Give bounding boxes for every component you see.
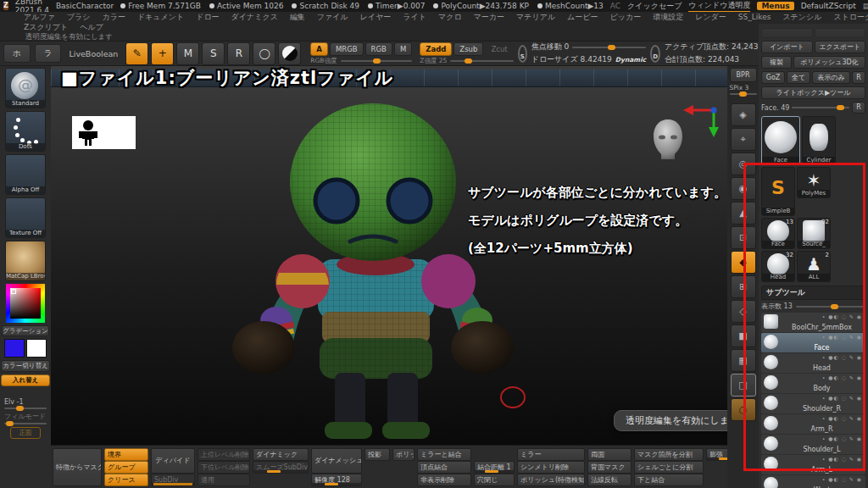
right-strip-icon[interactable]: ▲ — [731, 202, 756, 225]
bottom-bar-button[interactable]: グループ — [104, 461, 148, 474]
face-slider[interactable] — [792, 107, 849, 108]
subtool-row-icons[interactable] — [822, 395, 862, 401]
bottom-bar-button[interactable]: 非表示削除 — [417, 474, 471, 486]
bottom-bar-button[interactable]: ディバイド — [151, 448, 195, 474]
shelf-thumbnail[interactable]: Standard — [5, 68, 46, 108]
right-strip-icon[interactable]: ▦ — [731, 349, 756, 372]
right-strip-icon[interactable]: ⊡ — [731, 226, 756, 249]
menu-item[interactable]: カラー — [102, 12, 125, 23]
subtool-header[interactable]: サブツール — [761, 286, 865, 300]
bottom-bar-button[interactable]: 法線反転 — [587, 474, 632, 486]
menu-item[interactable]: ファイル — [317, 12, 348, 23]
right-strip-icon[interactable]: ◎ — [731, 152, 756, 175]
subtool-item[interactable]: Shoulder_R — [761, 394, 865, 413]
face-r-button[interactable]: R — [852, 102, 865, 114]
bottom-bar-button[interactable]: 解像度 128 — [311, 474, 362, 486]
subtool-row-icons[interactable] — [822, 415, 862, 421]
swap-color-button[interactable]: 入れ替え — [1, 374, 50, 386]
lightbox-tool-button[interactable]: ライトボックス▶ツール — [761, 86, 865, 99]
bottom-bar-button[interactable]: スムーズSubDiv — [253, 461, 309, 474]
subtool-count-slider[interactable] — [796, 306, 865, 308]
bottom-bar-button[interactable]: 特徴からマスク — [53, 448, 102, 486]
bottom-bar-button[interactable]: 境界 — [104, 448, 148, 461]
tool-thumbnail[interactable]: Face — [761, 116, 800, 165]
right-strip-icon[interactable]: □ — [731, 374, 756, 396]
tool-thumbnail[interactable]: ♟ 2 ALL — [797, 251, 831, 282]
subtool-row-icons[interactable] — [822, 476, 862, 482]
right-strip-icon[interactable]: ◈ — [731, 103, 756, 126]
subtool-item[interactable]: West — [761, 475, 865, 488]
toolbar-tile-icon[interactable]: M — [176, 42, 199, 65]
z-intensity-slider[interactable] — [450, 60, 513, 62]
menu-item[interactable]: ドロー — [196, 12, 219, 23]
paint-mode-button[interactable]: MRGB — [330, 42, 364, 56]
color-picker[interactable] — [6, 284, 45, 323]
right-strip-icon[interactable]: ○ — [731, 398, 756, 421]
subtool-item[interactable]: Face — [761, 333, 865, 352]
toolbar-tile-icon[interactable]: S — [202, 42, 225, 65]
rgb-intensity-slider[interactable] — [341, 60, 413, 62]
right-strip-icon[interactable]: ◉ — [731, 177, 756, 200]
make-polymesh3d-button[interactable]: ポリメッシュ3D化 — [793, 56, 865, 69]
menu-item[interactable]: 編集 — [290, 12, 305, 23]
lightbox-button[interactable]: ライトボックス — [35, 44, 62, 63]
bottom-bar-button[interactable]: シンメトリ削除 — [517, 461, 585, 474]
duplicate-button[interactable]: 複製 — [761, 56, 792, 69]
stroke-compass-icon[interactable]: S — [518, 45, 527, 63]
main-color-swatch[interactable] — [4, 339, 25, 358]
window-transparency-button[interactable]: ウィンドウ透明度 — [688, 0, 750, 13]
tool-thumbnail[interactable]: S SimpleB — [761, 167, 795, 216]
subtool-row-icons[interactable] — [822, 313, 862, 319]
menu-item[interactable]: ヘルプ — [80, 22, 103, 33]
bottom-bar-button[interactable]: 両面 — [587, 448, 632, 461]
right-strip-icon[interactable]: ■ — [731, 324, 756, 347]
subtool-item[interactable]: Body — [761, 374, 865, 393]
bottom-bar-button[interactable]: シェルごとに分割 — [634, 461, 704, 474]
toolbar-tile-icon[interactable] — [278, 42, 301, 65]
color-switch-button[interactable]: カラー切り替え — [1, 360, 50, 372]
menu-item[interactable]: SS_Likes — [738, 13, 771, 21]
bottom-bar-button[interactable]: ダイナミック — [253, 448, 309, 461]
goz-r-button[interactable]: R — [852, 71, 865, 84]
homepage-button[interactable]: ホームページ — [3, 44, 31, 63]
bottom-bar-button[interactable]: クリース — [104, 474, 148, 486]
sculpt-mode-button[interactable]: Zcut — [485, 42, 513, 56]
shelf-thumbnail[interactable]: MatCap LBrown — [5, 241, 46, 281]
liveboolean-button[interactable]: LiveBoolean — [65, 49, 121, 58]
bottom-bar-button[interactable]: SubDiv — [151, 474, 195, 486]
bottom-bar-button[interactable]: ダイナメッシュ — [311, 448, 362, 474]
subtool-row-icons[interactable] — [822, 334, 862, 340]
shelf-thumbnail[interactable]: Alpha Off — [5, 154, 46, 195]
bottom-bar-button[interactable]: 下と結合 — [634, 474, 704, 486]
goz-all-button[interactable]: 全て — [787, 71, 810, 84]
menu-item[interactable]: マクロ — [438, 12, 462, 23]
subtool-item[interactable]: Arm_R — [761, 414, 865, 434]
paint-mode-button[interactable]: A — [310, 42, 328, 56]
menu-item[interactable]: レンダー — [695, 12, 726, 23]
focal-shift-slider[interactable] — [572, 47, 646, 48]
spix-slider[interactable] — [730, 93, 757, 95]
menu-item[interactable]: Zスクリプト — [24, 22, 68, 33]
menu-item[interactable]: ドキュメント — [137, 12, 184, 23]
secondary-color-swatch[interactable] — [26, 339, 47, 358]
right-strip-icon[interactable]: ⌖ — [731, 128, 756, 151]
shelf-thumbnail[interactable]: Texture Off — [5, 197, 46, 238]
subtool-item[interactable]: Arm_L — [761, 455, 865, 474]
bottom-bar-button[interactable]: 適用 — [198, 474, 250, 486]
bottom-bar-button[interactable]: 膨張 — [706, 448, 727, 461]
right-strip-icon[interactable]: ◇ — [731, 300, 756, 323]
bottom-bar-button[interactable]: 頂点結合 — [417, 461, 471, 474]
menu-item[interactable]: ダイナミクス — [231, 12, 278, 23]
menu-item[interactable]: マテリアル — [516, 12, 555, 23]
subtool-item[interactable]: Shoulder_L — [761, 435, 865, 454]
bottom-bar-button[interactable]: ミラーと結合 — [417, 448, 471, 461]
gradient-button[interactable]: グラデーション — [2, 325, 49, 336]
toolbar-tile-icon[interactable]: ✎ — [125, 42, 148, 65]
subtool-row-icons[interactable] — [822, 374, 862, 380]
axis-gizmo[interactable] — [676, 102, 726, 141]
tool-thumbnail[interactable]: 32 Head — [761, 251, 795, 282]
subtool-row-icons[interactable] — [822, 435, 862, 441]
import-button[interactable]: インポート — [761, 41, 813, 53]
default-zscript-button[interactable]: DefaultZScript — [801, 2, 856, 10]
shelf-thumbnail[interactable]: Dots — [5, 111, 46, 152]
